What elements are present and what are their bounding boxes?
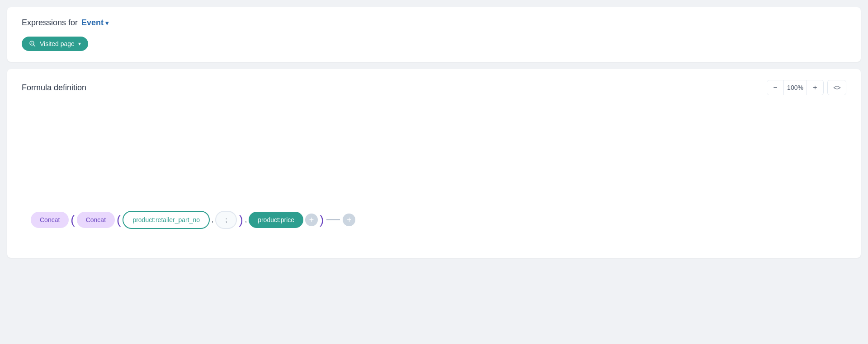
connector-line xyxy=(326,219,340,220)
code-toggle-button[interactable]: <> xyxy=(828,80,846,95)
formula-canvas: Concat ( Concat ( product:retailer_part_… xyxy=(22,102,846,247)
visited-page-chevron-icon: ▾ xyxy=(78,41,81,47)
param2-pill[interactable]: product:price xyxy=(249,212,303,228)
formula-card: Formula definition − 100% + <> Concat ( … xyxy=(7,69,861,258)
expression-row: Concat ( Concat ( product:retailer_part_… xyxy=(22,211,355,229)
comma-separator-1: , xyxy=(212,216,213,224)
expressions-label: Expressions for xyxy=(22,18,78,28)
expressions-header: Expressions for Event ▾ xyxy=(22,18,846,28)
open-bracket-outer: ( xyxy=(71,214,75,226)
formula-title: Formula definition xyxy=(22,83,86,93)
expressions-card: Expressions for Event ▾ Visited page ▾ xyxy=(7,7,861,62)
param1-pill[interactable]: product:retailer_part_no xyxy=(123,211,210,229)
inner-concat-pill[interactable]: Concat xyxy=(77,212,115,228)
separator-pill[interactable]: ; xyxy=(215,211,237,229)
visited-page-button[interactable]: Visited page ▾ xyxy=(22,37,88,51)
close-bracket-outer: ) xyxy=(320,214,324,226)
add-param-button[interactable]: + xyxy=(305,214,318,226)
visited-page-icon xyxy=(29,40,36,47)
close-bracket-inner: ) xyxy=(239,214,243,226)
event-chevron-icon: ▾ xyxy=(105,19,108,27)
comma-separator-2: , xyxy=(245,216,247,224)
event-dropdown[interactable]: Event ▾ xyxy=(81,18,108,28)
add-expression-button[interactable]: + xyxy=(343,214,355,226)
zoom-controls: − 100% + xyxy=(767,80,824,95)
visited-page-label: Visited page xyxy=(40,40,75,47)
event-label: Event xyxy=(81,18,104,28)
outer-concat-pill[interactable]: Concat xyxy=(31,212,69,228)
formula-header: Formula definition − 100% + <> xyxy=(22,80,846,95)
open-bracket-inner: ( xyxy=(117,214,121,226)
zoom-out-button[interactable]: − xyxy=(767,80,783,95)
zoom-in-button[interactable]: + xyxy=(807,80,823,95)
zoom-value: 100% xyxy=(783,80,807,95)
code-toggle-controls: <> xyxy=(827,80,846,95)
